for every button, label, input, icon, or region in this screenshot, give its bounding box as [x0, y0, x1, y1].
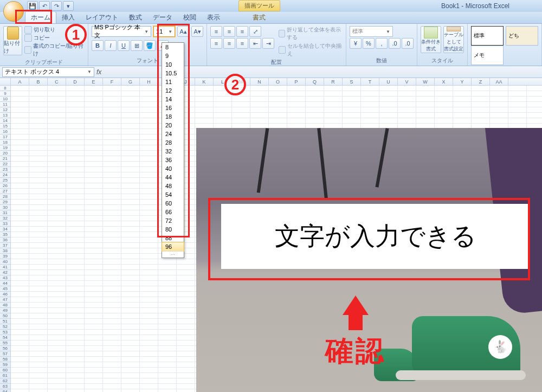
row-header[interactable]: 60	[0, 368, 10, 373]
dec-decimal-button[interactable]: .0	[402, 38, 414, 49]
undo-icon[interactable]: ↶	[39, 1, 50, 11]
row-header[interactable]: 47	[0, 297, 10, 303]
font-size-option[interactable]: 24	[162, 130, 184, 138]
column-header[interactable]: B	[29, 78, 48, 85]
font-size-option[interactable]: 44	[162, 173, 184, 182]
align-bottom-button[interactable]: ≡	[236, 26, 248, 37]
font-size-select[interactable]: 11▼	[153, 26, 175, 37]
tab-layout[interactable]: レイアウト	[80, 12, 124, 23]
row-header[interactable]: 57	[0, 351, 10, 357]
number-format-select[interactable]: 標準▼	[350, 26, 393, 37]
italic-button[interactable]: I	[105, 40, 117, 51]
row-header[interactable]: 32	[0, 216, 10, 221]
column-header[interactable]: U	[379, 78, 398, 85]
font-size-option[interactable]: 72	[162, 216, 184, 225]
font-size-option[interactable]: 10	[162, 60, 184, 69]
column-header[interactable]: Z	[472, 78, 490, 85]
font-size-option[interactable]: 60	[162, 199, 184, 208]
row-header[interactable]: 21	[0, 156, 10, 162]
row-header[interactable]: 39	[0, 254, 10, 259]
row-header[interactable]: 33	[0, 221, 10, 227]
font-size-option[interactable]: 28	[162, 138, 184, 147]
align-left-button[interactable]: ≡	[210, 38, 222, 49]
row-header[interactable]: 52	[0, 324, 10, 330]
text-box[interactable]: 文字が入力できる	[221, 204, 530, 269]
font-size-option[interactable]: 96	[162, 242, 184, 252]
row-header[interactable]: 35	[0, 232, 10, 237]
font-size-option[interactable]: 11	[162, 78, 184, 86]
row-header[interactable]: 55	[0, 340, 10, 346]
column-header[interactable]: V	[398, 78, 416, 85]
row-header[interactable]: 61	[0, 373, 10, 378]
font-size-option[interactable]: 88	[162, 234, 184, 242]
column-header[interactable]: P	[287, 78, 306, 85]
align-center-button[interactable]: ≡	[223, 38, 235, 49]
row-header[interactable]: 8	[0, 86, 10, 91]
row-header[interactable]: 56	[0, 346, 10, 351]
tab-review[interactable]: 校閲	[178, 12, 202, 23]
font-size-option[interactable]: 20	[162, 121, 184, 130]
row-header[interactable]: 45	[0, 286, 10, 292]
row-header[interactable]: 54	[0, 335, 10, 340]
cells-area[interactable]: 🐇 文字が入力できる	[11, 86, 542, 392]
row-header[interactable]: 63	[0, 384, 10, 389]
column-header[interactable]: W	[416, 78, 435, 85]
tab-home[interactable]: ホーム	[25, 11, 56, 23]
row-header[interactable]: 42	[0, 270, 10, 275]
row-header[interactable]: 13	[0, 113, 10, 118]
row-header[interactable]: 37	[0, 243, 10, 248]
underline-button[interactable]: U	[118, 40, 130, 51]
format-as-table-button[interactable]: テーブルとして 書式設定	[443, 26, 464, 53]
row-header[interactable]: 15	[0, 124, 10, 129]
row-header[interactable]: 30	[0, 205, 10, 210]
row-header[interactable]: 18	[0, 140, 10, 145]
row-header[interactable]: 25	[0, 178, 10, 183]
grow-font-button[interactable]: A▴	[177, 26, 189, 37]
qat-more-icon[interactable]: ▾	[63, 1, 74, 11]
row-header[interactable]: 62	[0, 378, 10, 384]
border-button[interactable]: ⊞	[131, 40, 143, 51]
merge-center-button[interactable]: セルを結合して中央揃え	[279, 42, 343, 57]
fill-color-button[interactable]: 🪣	[144, 40, 156, 51]
row-header[interactable]: 58	[0, 357, 10, 362]
tab-data[interactable]: データ	[147, 12, 178, 23]
row-header[interactable]: 24	[0, 172, 10, 178]
inc-decimal-button[interactable]: .0	[389, 38, 401, 49]
column-header[interactable]: K	[195, 78, 214, 85]
align-middle-button[interactable]: ≡	[223, 26, 235, 37]
row-header[interactable]: 26	[0, 183, 10, 189]
row-header[interactable]: 23	[0, 167, 10, 172]
column-header[interactable]: N	[250, 78, 269, 85]
fx-label[interactable]: fx	[96, 68, 101, 76]
indent-dec-button[interactable]: ⇤	[249, 38, 261, 49]
row-header[interactable]: 43	[0, 275, 10, 281]
row-header[interactable]: 36	[0, 237, 10, 243]
wrap-text-button[interactable]: 折り返して全体を表示する	[279, 26, 343, 41]
orientation-button[interactable]: ⤢	[249, 26, 261, 37]
percent-button[interactable]: %	[363, 38, 375, 49]
row-header[interactable]: 12	[0, 107, 10, 113]
column-header[interactable]: O	[269, 78, 287, 85]
align-right-button[interactable]: ≡	[236, 38, 248, 49]
row-header[interactable]: 53	[0, 330, 10, 335]
row-header[interactable]: 9	[0, 91, 10, 97]
align-top-button[interactable]: ≡	[210, 26, 222, 37]
indent-inc-button[interactable]: ⇥	[262, 38, 274, 49]
row-header[interactable]: 51	[0, 319, 10, 324]
font-size-option[interactable]: 8	[162, 43, 184, 52]
font-size-option[interactable]: 16	[162, 104, 184, 112]
row-header[interactable]: 20	[0, 151, 10, 156]
font-size-option[interactable]: 40	[162, 164, 184, 173]
row-header[interactable]: 34	[0, 227, 10, 232]
font-size-option[interactable]: 66	[162, 208, 184, 216]
font-size-option[interactable]: 32	[162, 147, 184, 156]
tab-formula[interactable]: 数式	[124, 12, 147, 23]
row-header[interactable]: 11	[0, 102, 10, 107]
row-header[interactable]: 40	[0, 259, 10, 265]
column-header[interactable]: C	[48, 78, 66, 85]
row-header[interactable]: 16	[0, 129, 10, 134]
column-header[interactable]: H	[140, 78, 158, 85]
row-header[interactable]: 44	[0, 281, 10, 286]
row-header[interactable]: 64	[0, 389, 10, 392]
row-header[interactable]: 59	[0, 362, 10, 368]
